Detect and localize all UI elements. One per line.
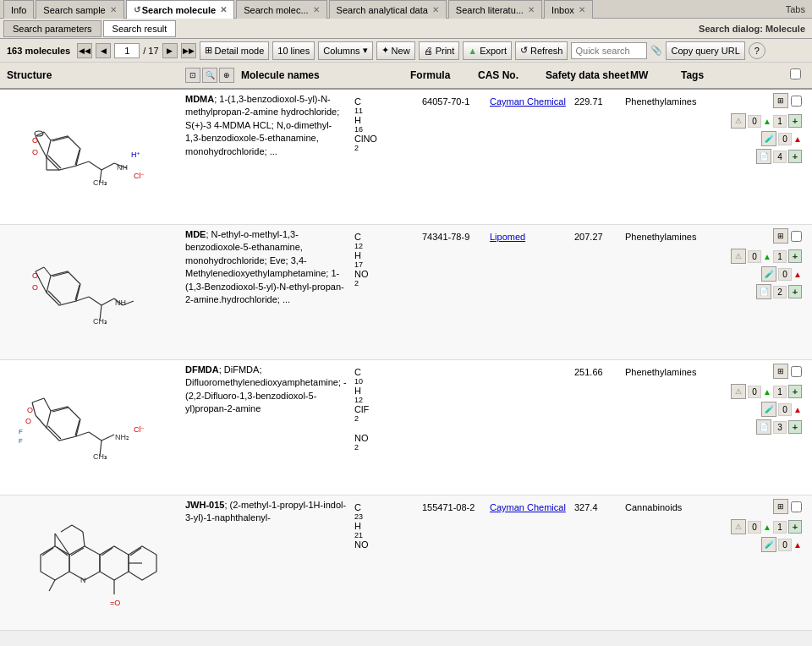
act-count1-mdma: 0 <box>748 115 761 128</box>
svg-line-47 <box>102 435 114 441</box>
sds-link-jwh015[interactable]: Cayman Chemical <box>490 502 566 512</box>
act-count4-mde: 2 <box>773 286 787 298</box>
act-plus2-dfmda[interactable]: + <box>788 420 802 434</box>
svg-text:NH₂: NH₂ <box>115 433 129 441</box>
close-tab-search-literature[interactable]: ✕ <box>528 5 535 14</box>
tri-green-jwh015: ▲ <box>763 523 771 532</box>
table-body: H⁺ Cl⁻ NH O O CH₃ MDMA; 1-(1,3-benzodiox… <box>0 90 812 631</box>
cell-actions-mde: ⊞ ⚠ 0 ▲ 1 + 🧪 0 ▲ 📄 2 + <box>723 225 804 359</box>
sds-link-mde[interactable]: Lipomed <box>490 232 525 242</box>
close-tab-search-analytical[interactable]: ✕ <box>432 5 439 14</box>
molecule-structure-mde: O O NH CH₃ <box>8 229 173 356</box>
quick-search-input[interactable] <box>571 42 647 59</box>
act-plus1-jwh015[interactable]: + <box>788 520 802 534</box>
action-hazard-dfmda[interactable]: ⚠ <box>731 384 746 399</box>
action-hazard-mdma[interactable]: ⚠ <box>731 113 746 129</box>
cell-sds-jwh015[interactable]: Cayman Chemical <box>486 495 571 630</box>
action-grid-dfmda[interactable]: ⊞ <box>773 364 788 379</box>
cell-names-jwh015: JWH-015; (2-methyl-1-propyl-1H-indol-3-y… <box>182 495 351 630</box>
action-doc-dfmda[interactable]: 📄 <box>756 419 771 435</box>
nav-first-button[interactable]: ◀◀ <box>77 43 92 58</box>
export-button[interactable]: ▲ Export <box>463 41 512 60</box>
refresh-button[interactable]: ↺ Refresh <box>515 41 568 60</box>
molecule-structure-dfmda: O O F F NH₂ Cl⁻ CH₃ <box>8 364 173 491</box>
cell-sds-mde[interactable]: Lipomed <box>486 225 571 359</box>
sds-link-mdma[interactable]: Cayman Chemical <box>490 96 566 107</box>
close-tab-search-molecule2[interactable]: ✕ <box>313 5 320 14</box>
tab-search-literature[interactable]: Search literatu... ✕ <box>448 0 542 19</box>
cell-structure-mdma: H⁺ Cl⁻ NH O O CH₃ <box>0 90 182 224</box>
act-count2-mdma: 1 <box>773 115 787 128</box>
svg-text:F: F <box>19 437 23 445</box>
row-checkbox-dfmda[interactable] <box>791 366 802 377</box>
row-checkbox-mdma[interactable] <box>791 96 802 107</box>
select-all-checkbox[interactable] <box>790 68 801 79</box>
cell-sds-mdma[interactable]: Cayman Chemical <box>486 90 571 224</box>
nav-next-button[interactable]: ▶ <box>162 43 178 58</box>
tab-search-molecule2[interactable]: Search molec... ✕ <box>236 0 326 19</box>
structure-view-btn[interactable]: ⊡ <box>185 68 200 83</box>
tri-green-mdma: ▲ <box>763 117 771 126</box>
refresh-icon: ↺ <box>520 45 528 56</box>
print-button[interactable]: 🖨 Print <box>419 41 460 60</box>
svg-text:O: O <box>32 271 38 280</box>
tab-bar: Info Search sample ✕ ↺ Search molecule ✕… <box>0 0 812 19</box>
tab-search-sample[interactable]: Search sample ✕ <box>36 0 123 19</box>
tab-search-molecule[interactable]: ↺ Search molecule ✕ <box>126 0 234 19</box>
close-tab-inbox[interactable]: ✕ <box>579 5 585 14</box>
act-count4-mdma: 4 <box>773 151 787 163</box>
action-flask-jwh015[interactable]: 🧪 <box>761 537 776 552</box>
tab-info[interactable]: Info <box>3 0 34 19</box>
action-hazard-mde[interactable]: ⚠ <box>731 249 746 264</box>
svg-line-16 <box>48 156 61 168</box>
act-plus2-mdma[interactable]: + <box>788 150 802 163</box>
cell-structure-dfmda: O O F F NH₂ Cl⁻ CH₃ <box>0 360 182 495</box>
table-row: H⁺ Cl⁻ NH O O CH₃ MDMA; 1-(1,3-benzodiox… <box>0 90 812 225</box>
act-count2-mde: 1 <box>773 250 787 263</box>
columns-button[interactable]: Columns ▾ <box>318 41 372 60</box>
nav-prev-button[interactable]: ◀ <box>96 43 111 58</box>
action-flask-mdma[interactable]: 🧪 <box>761 131 776 146</box>
tri-red-dfmda: ▲ <box>793 405 802 414</box>
cell-formula-mde: C12H17NO2 <box>351 225 419 359</box>
action-doc-mdma[interactable]: 📄 <box>756 149 771 164</box>
act-plus2-mde[interactable]: + <box>788 285 802 298</box>
svg-text:O: O <box>32 136 38 145</box>
action-grid-mde[interactable]: ⊞ <box>773 228 788 244</box>
copy-query-button[interactable]: Copy query URL <box>666 41 744 60</box>
detail-mode-button[interactable]: ⊞ Detail mode <box>200 41 270 60</box>
action-hazard-jwh015[interactable]: ⚠ <box>731 519 746 534</box>
svg-line-6 <box>41 146 47 157</box>
page-number-input[interactable] <box>114 43 140 58</box>
tab-search-analytical[interactable]: Search analytical data ✕ <box>329 0 447 19</box>
action-grid-mdma[interactable]: ⊞ <box>773 93 788 108</box>
close-tab-search-sample[interactable]: ✕ <box>110 5 117 14</box>
action-flask-dfmda[interactable]: 🧪 <box>761 402 776 417</box>
sub-tab-search-params[interactable]: Search parameters <box>3 20 102 37</box>
svg-line-27 <box>76 297 89 301</box>
act-count1-mde: 0 <box>748 250 761 263</box>
act-plus1-mdma[interactable]: + <box>788 114 802 128</box>
help-button[interactable]: ? <box>749 42 765 59</box>
structure-zoom-btn[interactable]: ⊕ <box>219 68 234 83</box>
sub-tab-search-result[interactable]: Search result <box>103 20 177 37</box>
svg-text:F: F <box>19 428 23 435</box>
tri-green-mde: ▲ <box>763 252 771 261</box>
svg-line-9 <box>89 162 102 170</box>
lines-button[interactable]: 10 lines <box>272 41 315 60</box>
row-checkbox-mde[interactable] <box>791 231 802 242</box>
cell-sds-dfmda <box>486 360 571 495</box>
action-flask-mde[interactable]: 🧪 <box>761 266 776 282</box>
act-plus1-mde[interactable]: + <box>788 249 802 263</box>
act-plus1-dfmda[interactable]: + <box>788 385 802 398</box>
action-doc-mde[interactable]: 📄 <box>756 284 771 299</box>
tab-inbox[interactable]: Inbox ✕ <box>544 0 593 19</box>
structure-search-btn[interactable]: 🔍 <box>202 68 217 83</box>
act-count3-jwh015: 0 <box>778 539 792 551</box>
nav-last-button[interactable]: ▶▶ <box>181 43 196 58</box>
row-checkbox-jwh015[interactable] <box>791 501 802 512</box>
new-button[interactable]: ✦ New <box>376 41 415 60</box>
svg-line-41 <box>44 398 51 411</box>
action-grid-jwh015[interactable]: ⊞ <box>773 499 788 514</box>
close-tab-search-molecule[interactable]: ✕ <box>220 5 227 14</box>
